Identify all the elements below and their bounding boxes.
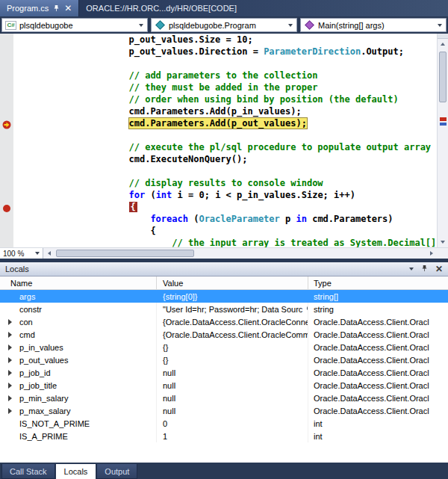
panel-tab-output[interactable]: Output [96, 464, 137, 479]
tab-oracle-code[interactable]: ORACLE://HR.ORC...dy/HR/OBE[CODE] [79, 0, 243, 16]
variable-value: {} [163, 356, 168, 365]
panel-tab-call-stack[interactable]: Call Stack [1, 464, 55, 479]
current-statement-icon[interactable] [2, 119, 11, 128]
expander-icon[interactable] [0, 370, 19, 376]
expander-icon[interactable] [0, 332, 19, 338]
code-line[interactable]: // add parameters to the collection [21, 69, 437, 81]
code-line[interactable]: { [21, 225, 437, 237]
locals-row[interactable]: args{string[0]}string[] [0, 290, 448, 303]
code-line[interactable]: cmd.ExecuteNonQuery(); [21, 153, 437, 165]
code-line[interactable]: foreach (OracleParameter p in cmd.Parame… [21, 213, 437, 225]
expander-icon[interactable] [0, 319, 19, 325]
member-dropdown[interactable]: Main(string[] args) [300, 18, 447, 32]
pin-icon[interactable] [53, 4, 60, 13]
code-line[interactable]: cmd.Parameters.Add(p_in_values); [21, 105, 437, 117]
project-dropdown[interactable]: C# plsqldebugobe [1, 18, 148, 32]
locals-row[interactable]: constr"User Id=hr; Password=hr; Data Sou… [0, 303, 448, 315]
type-dropdown-value: plsqldebugobe.Program [169, 21, 285, 30]
chevron-down-icon [35, 252, 40, 255]
variable-type: Oracle.DataAccess.Client.Oracl [314, 394, 429, 403]
scroll-right-button[interactable] [426, 248, 437, 259]
horizontal-scrollbar-thumb[interactable] [56, 250, 194, 257]
variable-value: null [163, 368, 175, 377]
locals-row[interactable]: cmd{Oracle.DataAccess.Client.OracleComma… [0, 328, 448, 341]
variable-value: null [163, 407, 175, 415]
code-editor[interactable]: p_out_values.Size = 10; p_out_values.Dir… [0, 34, 448, 247]
code-line[interactable]: p_out_values.Direction = ParameterDirect… [21, 46, 437, 58]
code-lines[interactable]: p_out_values.Size = 10; p_out_values.Dir… [13, 34, 437, 247]
panel-tab-locals[interactable]: Locals [56, 464, 96, 479]
locals-row[interactable]: con{Oracle.DataAccess.Client.OracleConne… [0, 315, 448, 328]
breakpoint-icon[interactable] [2, 203, 11, 211]
locals-row[interactable]: p_in_values{}Oracle.DataAccess.Client.Or… [0, 341, 448, 353]
variable-value: null [163, 394, 175, 403]
class-icon [155, 20, 166, 30]
close-icon[interactable]: ✕ [435, 265, 443, 273]
code-line[interactable] [21, 129, 437, 141]
locals-row[interactable]: p_out_values{}Oracle.DataAccess.Client.O… [0, 353, 448, 366]
code-line[interactable]: cmd.Parameters.Add(p_out_values); [21, 117, 437, 129]
chevron-down-icon[interactable] [136, 24, 146, 27]
tab-program-cs[interactable]: Program.cs ✕ [0, 0, 79, 16]
expander-icon[interactable] [0, 395, 19, 401]
splitter-grip[interactable] [438, 34, 448, 39]
code-line[interactable]: // display results to console window [21, 177, 437, 189]
locals-row[interactable]: IS_A_PRIME1int [0, 430, 448, 442]
variable-value: {Oracle.DataAccess.Client.OracleComman [163, 330, 308, 339]
chevron-down-icon[interactable] [435, 24, 444, 27]
variable-type: Oracle.DataAccess.Client.Oracl [314, 356, 429, 365]
csharp-project-icon: C# [5, 20, 16, 30]
expander-icon[interactable] [0, 344, 19, 350]
variable-name: IS_NOT_A_PRIME [19, 419, 90, 428]
column-header-name[interactable]: Name [0, 276, 157, 289]
column-header-type[interactable]: Type [308, 276, 448, 289]
code-line[interactable]: // the input array is treated as System.… [21, 237, 437, 247]
scrollbar-caret-marker [440, 123, 447, 126]
scroll-left-button[interactable] [43, 248, 55, 259]
variable-name: con [19, 318, 33, 327]
locals-rows: args{string[0]}string[]constr"User Id=hr… [0, 290, 448, 442]
expander-icon[interactable] [0, 383, 19, 389]
vertical-scrollbar[interactable] [437, 34, 448, 247]
editor-bottom-bar: 100 % [0, 247, 448, 259]
zoom-value: 100 % [3, 250, 24, 258]
vertical-scrollbar-thumb[interactable] [439, 52, 447, 102]
code-line[interactable] [21, 58, 437, 69]
variable-type: string[] [314, 292, 338, 301]
scroll-up-button[interactable] [438, 39, 448, 49]
code-line[interactable]: p_out_values.Size = 10; [21, 34, 437, 46]
scroll-down-button[interactable] [438, 237, 448, 247]
project-dropdown-value: plsqldebugobe [19, 21, 136, 30]
variable-type: Oracle.DataAccess.Client.Oracl [314, 368, 429, 377]
variable-type: Oracle.DataAccess.Client.Oracl [314, 381, 429, 390]
locals-row[interactable]: p_job_titlenullOracle.DataAccess.Client.… [0, 379, 448, 392]
zoom-select[interactable]: 100 % [0, 248, 43, 259]
pin-icon[interactable] [421, 265, 428, 274]
code-line[interactable]: // they must be added in the proper [21, 81, 437, 93]
code-line[interactable]: for (int i = 0; i < p_in_values.Size; i+… [21, 189, 437, 201]
code-line[interactable]: // order when using bind by position (th… [21, 93, 437, 105]
code-line[interactable]: // execute the pl/sql procedure to popul… [21, 141, 437, 153]
glyph-margin[interactable] [0, 34, 13, 247]
window-position-icon[interactable] [409, 268, 414, 271]
column-header-value[interactable]: Value [157, 276, 308, 289]
locals-row[interactable]: IS_NOT_A_PRIME0int [0, 417, 448, 430]
variable-name: constr [19, 305, 42, 314]
variable-value: {Oracle.DataAccess.Client.OracleConnecti… [163, 318, 308, 327]
chevron-down-icon[interactable] [285, 24, 295, 27]
locals-titlebar[interactable]: Locals ✕ [0, 262, 448, 276]
expander-icon[interactable] [0, 408, 19, 414]
type-dropdown[interactable]: plsqldebugobe.Program [151, 18, 297, 32]
variable-name: args [19, 292, 35, 301]
code-line[interactable]: { [21, 201, 437, 213]
code-line[interactable] [21, 165, 437, 177]
close-icon[interactable]: ✕ [64, 4, 72, 12]
locals-row[interactable]: p_job_idnullOracle.DataAccess.Client.Ora… [0, 366, 448, 379]
variable-type: int [314, 432, 323, 441]
locals-panel: Locals ✕ Name Value Type args{string[0]}… [0, 262, 448, 463]
expander-icon[interactable] [0, 357, 19, 363]
variable-value: {string[0]} [163, 292, 197, 301]
variable-value: 0 [163, 419, 167, 428]
locals-row[interactable]: p_max_salarynullOracle.DataAccess.Client… [0, 404, 448, 417]
locals-row[interactable]: p_min_salarynullOracle.DataAccess.Client… [0, 392, 448, 404]
